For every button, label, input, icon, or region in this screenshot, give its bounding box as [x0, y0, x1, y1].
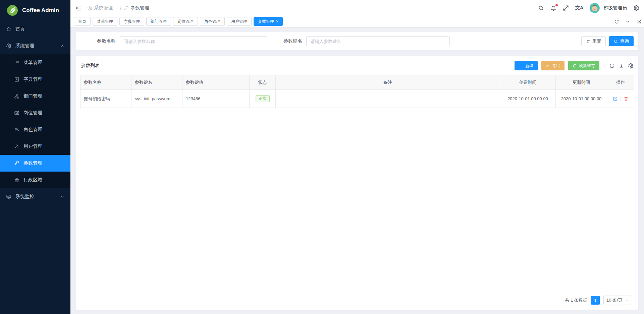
app-title: Coffee Admin [22, 7, 59, 14]
add-button[interactable]: 新增 [515, 61, 538, 70]
col-header-param-key: 参数键名 [131, 75, 182, 90]
logo-leaf-icon [7, 5, 18, 16]
export-button-label: 导出 [552, 63, 560, 69]
page-number-button[interactable]: 1 [591, 296, 600, 305]
tab-refresh-button[interactable] [611, 16, 622, 27]
edit-icon[interactable] [613, 96, 618, 101]
notification-bell[interactable] [550, 5, 556, 11]
sidebar-item-user-mgmt[interactable]: 用户管理 [0, 138, 70, 155]
sidebar-item-label: 用户管理 [23, 143, 42, 149]
menu-list-icon [14, 60, 19, 65]
sidebar-item-label: 行政区域 [23, 177, 42, 183]
refresh-icon [614, 19, 619, 24]
page-size-select[interactable]: 10 条/页 [603, 296, 632, 305]
tab-home[interactable]: 首页 [74, 17, 91, 26]
search-form-actions: 重置 查询 [581, 36, 634, 46]
sidebar-item-label: 系统管理 [15, 43, 34, 49]
page-content: 参数名称 参数键名 重置 查询 参数列表 [70, 27, 644, 314]
cell-remark [276, 90, 500, 108]
refresh-cache-button[interactable]: 刷新缓存 [568, 61, 599, 70]
sidebar-item-role-mgmt[interactable]: 角色管理 [0, 121, 70, 138]
export-button[interactable]: 导出 [541, 61, 565, 70]
tab-label: 角色管理 [204, 19, 220, 24]
sidebar: Coffee Admin 首页 系统管理 菜单管理 字典管理 部门管理 岗位管理… [0, 0, 70, 314]
tab-param-mgmt[interactable]: 参数管理 × [254, 17, 283, 26]
toolbar-divider [604, 63, 604, 68]
wrench-icon [124, 6, 129, 11]
col-header-updated: 更新时间 [556, 75, 607, 90]
sidebar-item-label: 系统监控 [15, 194, 34, 200]
main-area: 系统管理 / 参数管理 文A [70, 0, 644, 314]
reset-button[interactable]: 重置 [581, 36, 606, 46]
sidebar-item-system[interactable]: 系统管理 [0, 38, 70, 54]
sidebar-item-home[interactable]: 首页 [0, 21, 70, 38]
tab-label: 用户管理 [231, 19, 247, 24]
notification-dot [555, 4, 558, 6]
col-header-actions: 操作 [607, 75, 634, 90]
settings-gear-icon[interactable] [633, 5, 639, 11]
table-refresh-icon[interactable] [609, 63, 615, 69]
fullscreen-expand-icon[interactable] [563, 5, 569, 11]
add-button-label: 新增 [525, 63, 533, 69]
tab-label: 字典管理 [124, 19, 140, 24]
sidebar-item-param-mgmt[interactable]: 参数管理 [0, 155, 70, 172]
tab-dict-mgmt[interactable]: 字典管理 [119, 17, 144, 26]
top-navbar: 系统管理 / 参数管理 文A [70, 0, 644, 16]
home-icon [6, 26, 11, 32]
tab-label: 岗位管理 [177, 19, 194, 24]
sidebar-item-admin-region[interactable]: 行政区域 [0, 172, 70, 188]
delete-trash-icon[interactable] [624, 96, 629, 101]
column-settings-gear-icon[interactable] [628, 63, 634, 69]
sidebar-item-menu-mgmt[interactable]: 菜单管理 [0, 54, 70, 71]
search-button[interactable]: 查询 [609, 36, 634, 46]
sidebar-collapse-icon[interactable] [75, 5, 82, 11]
language-translate-icon[interactable]: 文A [575, 5, 583, 11]
sidebar-item-post-mgmt[interactable]: 岗位管理 [0, 105, 70, 121]
pagination: 共 1 条数据 1 10 条/页 [80, 291, 634, 306]
param-name-input[interactable] [120, 36, 267, 46]
tab-close-icon[interactable]: × [276, 19, 278, 23]
current-user-name[interactable]: 超级管理员 [603, 5, 627, 11]
bank-icon [14, 177, 19, 183]
tab-dept-mgmt[interactable]: 部门管理 [146, 17, 171, 26]
table-header-row: 参数名称 参数键名 参数键值 状态 备注 创建时间 更新时间 操作 [80, 75, 634, 90]
cell-param-name: 账号初始密码 [80, 90, 131, 108]
search-icon[interactable] [538, 5, 544, 11]
tab-role-mgmt[interactable]: 角色管理 [200, 17, 225, 26]
chevron-up-icon [60, 44, 64, 48]
sidebar-item-dept-mgmt[interactable]: 部门管理 [0, 88, 70, 105]
wrench-icon [14, 161, 19, 166]
sidebar-item-monitor[interactable]: 系统监控 [0, 188, 70, 205]
tab-menu-mgmt[interactable]: 菜单管理 [93, 17, 117, 26]
row-density-icon[interactable] [619, 63, 624, 69]
tab-label: 部门管理 [151, 19, 167, 24]
col-header-remark: 备注 [276, 75, 500, 90]
refresh-cache-button-label: 刷新缓存 [579, 63, 595, 69]
param-key-label: 参数键名 [283, 38, 302, 44]
col-header-status: 状态 [250, 75, 276, 90]
search-form-card: 参数名称 参数键名 重置 查询 [76, 32, 639, 51]
plus-icon [519, 64, 523, 68]
sidebar-item-label: 部门管理 [23, 93, 42, 99]
monitor-icon [6, 194, 11, 199]
tab-post-mgmt[interactable]: 岗位管理 [173, 17, 198, 26]
action-divider [621, 97, 621, 101]
breadcrumb-item-system[interactable]: 系统管理 [87, 5, 118, 11]
user-icon [14, 144, 19, 149]
tab-bar: 首页 菜单管理 字典管理 部门管理 岗位管理 角色管理 用户管理 参数管理 × [70, 16, 644, 27]
breadcrumb-label: 参数管理 [130, 5, 149, 11]
cell-param-value: 123456 [182, 90, 250, 108]
tab-options-button[interactable] [622, 16, 633, 27]
maximize-icon [636, 19, 641, 24]
trash-icon [586, 39, 590, 44]
content-fullscreen-button[interactable] [633, 16, 644, 27]
roles-icon [14, 127, 19, 132]
org-tree-icon [14, 93, 19, 99]
sidebar-item-dict-mgmt[interactable]: 字典管理 [0, 71, 70, 88]
avatar[interactable] [590, 3, 600, 13]
app-logo[interactable]: Coffee Admin [0, 0, 70, 21]
sidebar-item-label: 字典管理 [23, 76, 42, 82]
param-key-input[interactable] [306, 36, 450, 46]
tab-user-mgmt[interactable]: 用户管理 [227, 17, 252, 26]
page-size-value: 10 条/页 [606, 297, 623, 303]
